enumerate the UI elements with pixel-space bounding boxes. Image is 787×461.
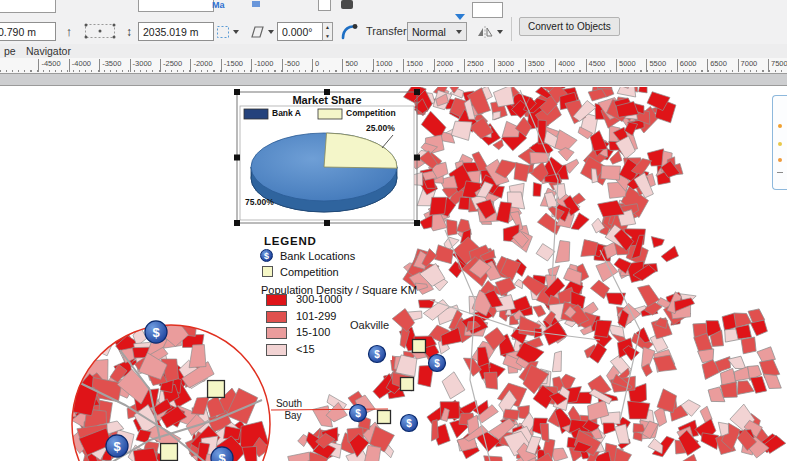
clipped-field-fragment <box>138 0 214 12</box>
property-bar: Ma ↑ ↕ ▲▼ Transfer Norma <box>0 0 787 45</box>
clipped-field-fragment <box>472 2 503 18</box>
density-class-label: 300-1000 <box>296 293 343 305</box>
palette-dot <box>778 124 782 128</box>
density-class-swatch <box>266 344 287 356</box>
pie-label-competition: 25.00% <box>366 123 395 133</box>
palette-dot <box>778 142 782 146</box>
ruler-tick: 0 <box>312 59 319 72</box>
ruler-tick: 6000 <box>677 59 697 72</box>
skew-tool-dropdown[interactable] <box>250 22 274 41</box>
svg-text:$: $ <box>406 418 412 429</box>
chart-legend-competition: Competition <box>346 108 396 118</box>
density-class-label: <15 <box>296 343 315 355</box>
rotation-angle-input[interactable] <box>277 22 323 41</box>
map-place-label: South <box>249 398 329 409</box>
ruler-tick: 4500 <box>586 59 606 72</box>
ruler-tick: -3000 <box>130 59 152 72</box>
legend-competition-swatch <box>262 266 273 277</box>
density-class-swatch <box>266 327 287 339</box>
map-place-label: Oakville <box>350 319 389 331</box>
ruler-tick: 500 <box>342 59 358 72</box>
drawing-canvas[interactable]: $$$$$$$ Market Share Bank A Competition … <box>0 73 787 461</box>
tab-navigator[interactable]: Navigator <box>26 45 71 57</box>
merge-mode-value: Normal <box>412 26 446 38</box>
svg-text:$: $ <box>152 325 160 340</box>
ruler-tick: 6500 <box>707 59 727 72</box>
clipped-field-fragment <box>0 0 56 13</box>
clipped-spinner-fragment <box>318 0 331 11</box>
density-class-swatch <box>266 294 287 306</box>
object-origin-selector[interactable] <box>84 23 116 44</box>
toolbar-separator <box>511 17 512 41</box>
docked-palette-strip[interactable] <box>772 95 787 190</box>
legend-competition: Competition <box>280 266 339 278</box>
svg-text:$: $ <box>218 451 226 461</box>
merge-mode-select[interactable]: Normal <box>407 22 467 41</box>
ruler-tick: 2000 <box>434 59 454 72</box>
ruler-tick: 5500 <box>646 59 666 72</box>
pie-label-bank-a: 75.00% <box>245 197 274 207</box>
palette-handle <box>777 172 783 173</box>
legend-bank-locations: Bank Locations <box>280 250 355 262</box>
palette-dot <box>778 158 782 162</box>
horizontal-ruler[interactable]: -4500-4000-3500-3000-2500-2000-1500-1000… <box>0 58 787 74</box>
ruler-tick: -500 <box>282 59 300 72</box>
ruler-tick: 1000 <box>373 59 393 72</box>
svg-text:$: $ <box>355 408 361 419</box>
ruler-tick: -1500 <box>221 59 243 72</box>
selection-mode-dropdown[interactable] <box>216 22 239 41</box>
ruler-tick: 4000 <box>555 59 575 72</box>
svg-text:$: $ <box>434 358 440 369</box>
chart-legend-bank-a: Bank A <box>272 108 301 118</box>
ruler-tick: 3500 <box>525 59 545 72</box>
ruler-tick: -4000 <box>69 59 91 72</box>
ruler-tick: -2500 <box>160 59 182 72</box>
density-class-swatch <box>266 311 287 323</box>
ruler-tick: 5000 <box>616 59 636 72</box>
docker-tab-row: pe Navigator <box>0 44 787 59</box>
ruler-tick: -3500 <box>99 59 121 72</box>
map-place-label: Bay <box>253 410 333 421</box>
application-window: Ma ↑ ↕ ▲▼ Transfer Norma <box>0 0 787 461</box>
object-width-input[interactable] <box>0 22 56 41</box>
ruler-tick: 7000 <box>738 59 758 72</box>
ruler-tick: 2500 <box>464 59 484 72</box>
clipped-icon-fragment <box>341 0 353 9</box>
svg-text:$: $ <box>113 439 121 454</box>
clipped-icon-fragment <box>252 1 260 7</box>
clipped-chevron-fragment <box>455 14 465 20</box>
density-class-label: 15-100 <box>296 326 330 338</box>
ruler-tick: -4500 <box>38 59 60 72</box>
clipped-toolbar-fragment: Ma <box>212 0 225 10</box>
ruler-tick: 3000 <box>494 59 514 72</box>
vertical-arrow-icon: ↕ <box>122 22 136 41</box>
ruler-tick: -1000 <box>251 59 273 72</box>
ruler-tick: 7500 <box>768 59 787 72</box>
legend-title: LEGEND <box>264 235 317 247</box>
tab-partial[interactable]: pe <box>4 45 16 57</box>
chart-title: Market Share <box>247 94 407 106</box>
mirror-dropdown[interactable] <box>476 22 503 41</box>
density-class-label: 101-299 <box>296 310 336 322</box>
ruler-tick: 1500 <box>403 59 423 72</box>
transfer-curve-icon[interactable] <box>340 21 359 46</box>
bank-location-legend-icon: $ <box>260 249 273 262</box>
up-arrow-icon: ↑ <box>61 22 77 41</box>
transfer-label: Transfer <box>366 25 407 37</box>
convert-to-objects-button[interactable]: Convert to Objects <box>519 17 620 36</box>
rotation-spinner[interactable]: ▲▼ <box>322 22 333 41</box>
object-height-input[interactable] <box>138 22 214 41</box>
svg-text:$: $ <box>374 349 380 360</box>
ruler-tick: -2000 <box>190 59 212 72</box>
